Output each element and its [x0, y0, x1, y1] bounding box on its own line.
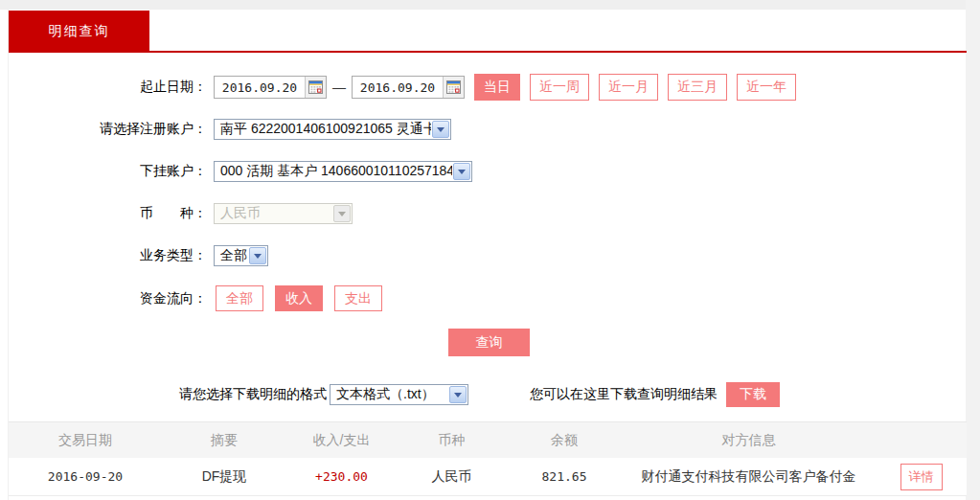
- sub-account-label: 下挂账户：: [9, 163, 207, 180]
- quick-range-today-button[interactable]: 当日: [474, 74, 520, 101]
- query-button[interactable]: 查询: [448, 329, 530, 356]
- fund-flow-expense-button[interactable]: 支出: [334, 285, 382, 311]
- download-row: 请您选择下载明细的格式 文本格式（.txt） 您可以在这里下载查询明细结果 下载: [9, 382, 967, 407]
- download-format-select[interactable]: 文本格式（.txt）: [330, 384, 468, 405]
- cell-balance: 821.65: [507, 469, 622, 484]
- chevron-down-icon: [449, 386, 467, 403]
- business-type-value: 全部: [215, 246, 248, 265]
- download-format-value: 文本格式（.txt）: [330, 385, 448, 404]
- calendar-icon: [446, 80, 461, 94]
- start-date-calendar-button[interactable]: [305, 77, 326, 98]
- fund-flow-row: 资金流向： 全部 收入 支出: [9, 285, 967, 311]
- start-date-value[interactable]: 2016.09.20: [215, 77, 305, 98]
- currency-select: 人民币: [214, 203, 353, 224]
- end-date-calendar-button[interactable]: [443, 77, 464, 98]
- header-currency: 币种: [397, 432, 507, 449]
- chevron-down-icon: [432, 121, 449, 138]
- business-type-row: 业务类型： 全部: [9, 245, 967, 266]
- sub-account-select[interactable]: 000 活期 基本户 1406600101102571848: [214, 161, 472, 182]
- detail-query-page: 明细查询 起止日期： 2016.09.20: [0, 0, 980, 500]
- end-date-value[interactable]: 2016.09.20: [353, 77, 443, 98]
- tab-label: 明细查询: [49, 23, 110, 40]
- date-range-row: 起止日期： 2016.09.20: [9, 74, 967, 101]
- business-type-label: 业务类型：: [9, 247, 207, 264]
- date-range-label: 起止日期：: [9, 79, 207, 96]
- currency-label: 币 种：: [9, 205, 207, 222]
- tab-detail-query[interactable]: 明细查询: [9, 11, 149, 52]
- date-range-separator: —: [332, 80, 346, 95]
- detail-button[interactable]: 详情: [900, 464, 943, 490]
- cell-amount: +230.00: [286, 469, 397, 484]
- download-button[interactable]: 下载: [726, 382, 780, 407]
- header-trade-date: 交易日期: [9, 432, 162, 449]
- cell-counterparty: 财付通支付科技有限公司客户备付金: [622, 468, 876, 486]
- page-top-margin: [0, 0, 980, 10]
- table-row: 2016-09-20 DF提现 +230.00 人民币 821.65 财付通支付…: [9, 458, 967, 496]
- currency-value: 人民币: [215, 204, 332, 223]
- chevron-down-icon: [453, 163, 470, 180]
- business-type-select[interactable]: 全部: [214, 245, 268, 266]
- header-counterparty: 对方信息: [622, 432, 876, 449]
- fund-flow-income-button[interactable]: 收入: [275, 285, 323, 311]
- download-hint-text: 您可以在这里下载查询明细结果: [530, 386, 718, 403]
- register-account-label: 请选择注册账户：: [9, 121, 207, 138]
- table-header-row: 交易日期 摘要 收入/支出 币种 余额 对方信息: [9, 421, 967, 458]
- sub-account-value: 000 活期 基本户 1406600101102571848: [215, 162, 452, 181]
- chevron-down-icon: [249, 247, 266, 264]
- register-account-value: 南平 6222001406100921065 灵通卡: [215, 120, 431, 139]
- content-panel: 明细查询 起止日期： 2016.09.20: [8, 10, 966, 500]
- quick-range-3months-button[interactable]: 近三月: [668, 74, 727, 101]
- currency-row: 币 种： 人民币: [9, 203, 967, 224]
- page-right-margin: [966, 0, 980, 500]
- header-balance: 余额: [507, 432, 622, 449]
- quick-range-week-button[interactable]: 近一周: [530, 74, 589, 101]
- results-table: 交易日期 摘要 收入/支出 币种 余额 对方信息 2016-09-20 DF提现…: [9, 421, 967, 496]
- sub-account-row: 下挂账户： 000 活期 基本户 1406600101102571848: [9, 161, 967, 182]
- end-date-field[interactable]: 2016.09.20: [352, 76, 465, 99]
- quick-range-year-button[interactable]: 近一年: [737, 74, 796, 101]
- header-income-expense: 收入/支出: [286, 432, 397, 449]
- fund-flow-label: 资金流向：: [9, 290, 207, 307]
- download-format-label: 请您选择下载明细的格式: [179, 386, 327, 403]
- tab-underline: [9, 51, 967, 53]
- register-account-row: 请选择注册账户： 南平 6222001406100921065 灵通卡: [9, 119, 967, 140]
- cell-summary: DF提现: [162, 468, 286, 486]
- cell-currency: 人民币: [397, 468, 507, 486]
- chevron-down-icon: [333, 205, 351, 222]
- fund-flow-all-button[interactable]: 全部: [216, 285, 263, 311]
- register-account-select[interactable]: 南平 6222001406100921065 灵通卡: [214, 119, 451, 140]
- calendar-icon: [308, 80, 323, 94]
- start-date-field[interactable]: 2016.09.20: [214, 76, 327, 99]
- cell-trade-date: 2016-09-20: [9, 469, 162, 484]
- header-summary: 摘要: [162, 432, 286, 449]
- quick-range-month-button[interactable]: 近一月: [599, 74, 658, 101]
